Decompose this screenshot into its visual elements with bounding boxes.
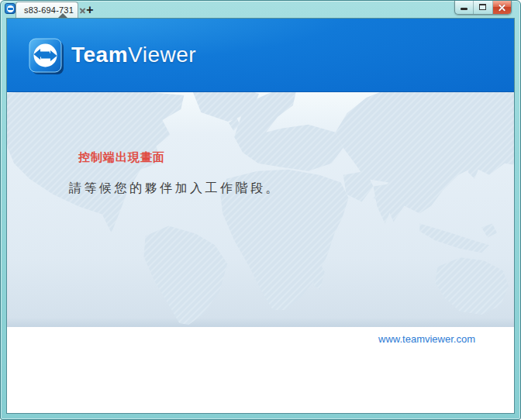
titlebar[interactable]: s83-694-731 + — [1, 1, 520, 18]
window-content: TeamViewer — [6, 18, 515, 414]
footer: www.teamviewer.com — [7, 327, 514, 413]
session-heading: 控制端出現畫面 — [78, 150, 165, 165]
session-wait-message: 請等候您的夥伴加入工作階段。 — [69, 181, 281, 197]
teamviewer-app-icon-circle — [7, 5, 14, 12]
session-tab[interactable]: s83-694-731 — [16, 2, 78, 18]
new-tab-button[interactable]: + — [82, 3, 98, 16]
brand-word-team: Team — [71, 43, 128, 67]
teamviewer-website-link[interactable]: www.teamviewer.com — [378, 333, 475, 345]
close-button[interactable] — [493, 1, 511, 14]
teamviewer-arrows-icon — [8, 8, 13, 10]
maximize-button[interactable] — [474, 1, 492, 14]
teamviewer-logo-icon — [29, 38, 64, 75]
brand-word-viewer: Viewer — [128, 43, 196, 67]
close-icon — [498, 3, 506, 12]
session-body: 控制端出現畫面 請等候您的夥伴加入工作階段。 — [7, 92, 514, 327]
brand-header: TeamViewer — [7, 19, 514, 92]
teamviewer-window: s83-694-731 + — [0, 0, 521, 420]
teamviewer-app-icon — [5, 3, 16, 14]
minimize-icon — [461, 8, 468, 10]
window-controls — [454, 1, 512, 15]
maximize-icon — [479, 4, 486, 10]
world-map-background — [7, 92, 514, 327]
brand-wordmark: TeamViewer — [71, 43, 196, 67]
minimize-button[interactable] — [455, 1, 474, 14]
